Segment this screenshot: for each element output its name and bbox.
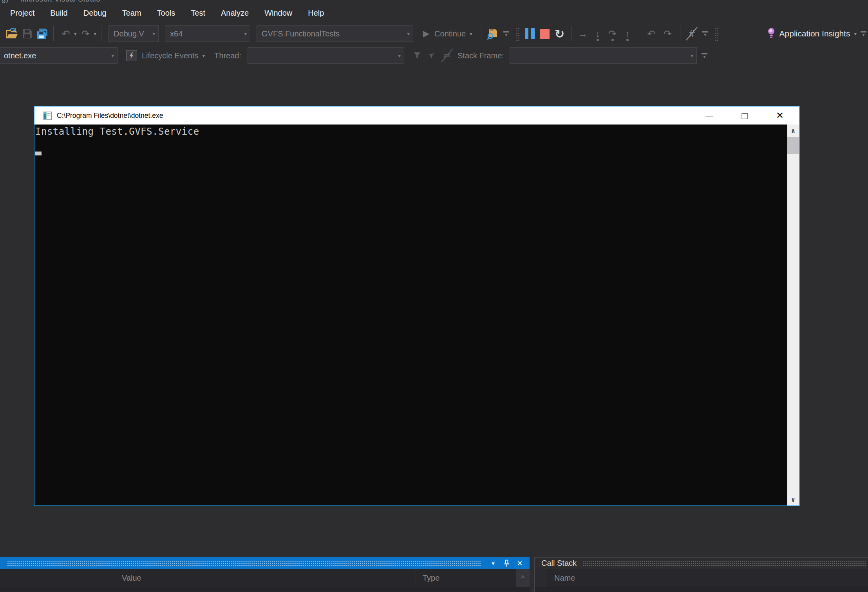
chevron-down-icon: ▾ <box>687 53 693 59</box>
close-button[interactable]: ✕ <box>768 108 792 123</box>
undo-dropdown-icon[interactable]: ▾ <box>74 31 77 37</box>
menu-window[interactable]: Window <box>257 6 300 20</box>
step-into-icon[interactable]: ↓ <box>590 26 605 41</box>
save-icon[interactable] <box>20 26 34 41</box>
pause-icon[interactable] <box>523 26 537 41</box>
toolbar-overflow-icon[interactable]: ▾ <box>702 53 707 58</box>
console-window-controls: — □ ✕ <box>686 108 792 123</box>
open-file-icon[interactable] <box>5 26 20 41</box>
window-position-icon[interactable]: ▾ <box>488 558 498 569</box>
chevron-down-icon: ▾ <box>470 31 472 37</box>
chevron-down-icon: ▾ <box>241 31 247 37</box>
call-stack-gutter <box>535 569 546 587</box>
undo-icon[interactable]: ↶ <box>58 26 73 41</box>
toolbar-overflow-icon[interactable]: ▾ <box>503 31 509 36</box>
scrollbar-thumb[interactable] <box>787 137 799 154</box>
console-app-icon <box>43 112 52 120</box>
pin-icon[interactable] <box>501 558 512 569</box>
menu-team[interactable]: Team <box>114 6 149 20</box>
watch-panel-titlebar[interactable]: ▾ ✕ <box>0 557 530 569</box>
main-window-title: g) - Microsoft Visual Studio <box>2 0 100 4</box>
watch-header-row: Value Type ▲ <box>0 569 530 587</box>
scroll-up-icon[interactable]: ▲ <box>520 573 526 579</box>
call-stack-panel: Call Stack Name <box>534 557 868 592</box>
watch-value-column: Value <box>115 569 416 587</box>
close-icon[interactable]: ✕ <box>515 558 525 569</box>
chevron-down-icon[interactable]: ▾ <box>203 53 205 59</box>
process-combo[interactable]: otnet.exe ▾ <box>0 47 118 64</box>
menu-build[interactable]: Build <box>42 6 75 20</box>
toolbar-grip-handle[interactable] <box>714 27 718 41</box>
chevron-down-icon: ▾ <box>395 53 401 59</box>
toolbar-overflow-icon[interactable]: ▾ <box>861 31 866 36</box>
thread-combo[interactable]: ▾ <box>248 47 404 64</box>
toolbar-separator <box>639 26 639 41</box>
call-stack-header-row: Name <box>535 569 868 587</box>
redo-dropdown-icon[interactable]: ▾ <box>94 31 97 37</box>
minimize-button[interactable]: — <box>697 108 722 123</box>
watch-type-column: Type <box>416 569 516 587</box>
watch-empty-row <box>0 587 530 592</box>
console-output: Installing Test.GVFS.Service ∧ ∨ <box>34 125 799 505</box>
lifecycle-events-icon[interactable] <box>126 50 137 61</box>
watch-panel: ▾ ✕ Value Type ▲ <box>0 557 530 592</box>
show-threads-in-source-icon[interactable]: ⇄ <box>439 48 454 63</box>
main-window-titlebar: g) - Microsoft Visual Studio <box>0 0 868 4</box>
play-icon: ▶ <box>420 26 432 41</box>
visual-studio-window: g) - Microsoft Visual Studio Project Bui… <box>0 0 868 592</box>
toolbar-separator <box>53 26 54 41</box>
call-stack-titlebar[interactable]: Call Stack <box>535 558 868 569</box>
scroll-down-icon[interactable]: ∨ <box>787 494 799 505</box>
scroll-up-icon[interactable]: ∧ <box>787 125 799 136</box>
titlebar-grip-dots <box>583 561 866 566</box>
toolbar-overflow-icon[interactable]: ▾ <box>702 31 708 36</box>
startup-project-combo[interactable]: GVFS.FunctionalTests ▾ <box>257 25 413 42</box>
thread-label: Thread: <box>214 51 241 60</box>
restart-icon[interactable]: ↻ <box>552 26 567 41</box>
filter-icon[interactable] <box>410 48 425 63</box>
toolbar-separator <box>571 26 571 41</box>
watch-scrollbar[interactable]: ▲ <box>516 569 530 587</box>
toolbar-grip-handle[interactable] <box>515 27 519 41</box>
attach-to-process-icon[interactable] <box>485 26 500 41</box>
console-output-line: Installing Test.GVFS.Service <box>34 125 799 137</box>
console-scrollbar[interactable]: ∧ ∨ <box>787 125 799 505</box>
telemetry-disabled-icon[interactable]: # <box>684 26 699 41</box>
redo-icon[interactable]: ↷ <box>660 26 675 41</box>
titlebar-grip-dots <box>7 561 481 566</box>
menu-help[interactable]: Help <box>300 6 332 20</box>
solution-platform-combo[interactable]: x64 ▾ <box>165 25 250 42</box>
show-next-statement-icon[interactable]: → <box>575 26 590 41</box>
watch-name-column <box>0 569 115 587</box>
standard-toolbar: ↶ ▾ ↷ ▾ Debug.V ▾ x64 ▾ GVFS.FunctionalT… <box>0 22 868 45</box>
redo-icon[interactable]: ↷ <box>78 26 93 41</box>
menu-tools[interactable]: Tools <box>149 6 183 20</box>
debug-location-toolbar: otnet.exe ▾ Lifecycle Events ▾ Thread: ▾ <box>0 45 868 66</box>
console-titlebar[interactable]: C:\Program Files\dotnet\dotnet.exe — □ ✕ <box>34 106 799 125</box>
stop-debugging-icon[interactable] <box>537 26 552 41</box>
maximize-button[interactable]: □ <box>732 108 757 123</box>
stack-frame-label: Stack Frame: <box>458 51 504 60</box>
lifecycle-events-button[interactable]: Lifecycle Events <box>142 51 199 60</box>
chevron-down-icon: ▾ <box>854 31 857 37</box>
continue-button[interactable]: ▶ Continue ▾ <box>420 26 473 41</box>
application-insights-button[interactable]: Application Insights ▾ <box>767 27 857 40</box>
menu-debug[interactable]: Debug <box>76 6 114 20</box>
stack-frame-combo[interactable]: ▾ <box>510 47 697 64</box>
console-window: C:\Program Files\dotnet\dotnet.exe — □ ✕… <box>34 106 800 506</box>
chevron-down-icon: ▾ <box>150 31 156 37</box>
step-out-icon[interactable]: ↑ <box>620 26 635 41</box>
save-all-icon[interactable] <box>34 26 49 41</box>
call-stack-name-column: Name <box>546 569 575 587</box>
toolbar-separator <box>101 26 101 41</box>
menu-analyze[interactable]: Analyze <box>213 6 257 20</box>
menu-bar: Project Build Debug Team Tools Test Anal… <box>0 4 868 22</box>
filter-dropdown-icon[interactable] <box>425 48 439 63</box>
step-over-icon[interactable]: ↷ <box>605 26 620 41</box>
chevron-down-icon: ▾ <box>108 53 114 59</box>
undo-icon[interactable]: ↶ <box>644 26 659 41</box>
lightbulb-icon <box>767 27 776 40</box>
menu-project[interactable]: Project <box>2 6 42 20</box>
solution-configuration-combo[interactable]: Debug.V ▾ <box>108 25 159 42</box>
menu-test[interactable]: Test <box>183 6 213 20</box>
